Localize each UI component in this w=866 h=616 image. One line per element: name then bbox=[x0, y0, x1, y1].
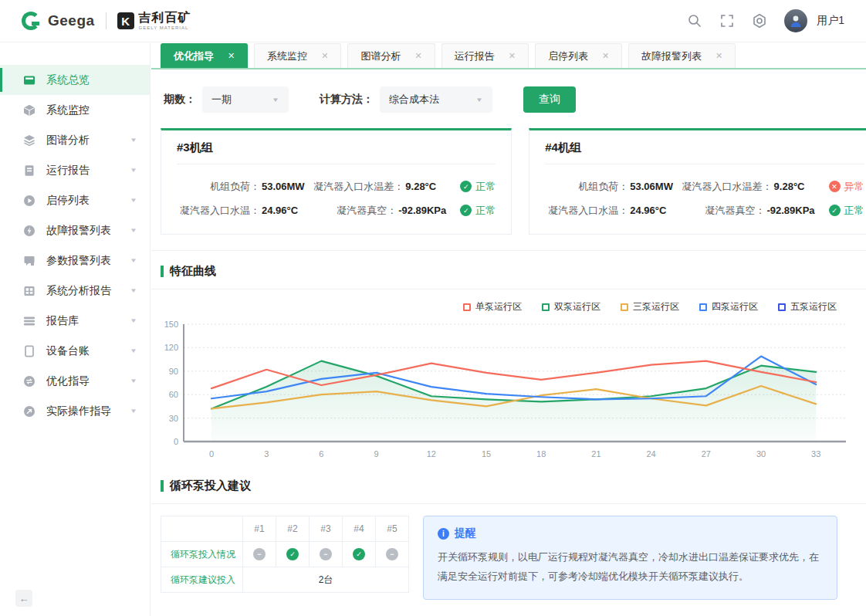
gear-icon[interactable] bbox=[752, 13, 767, 29]
minus-circle-icon: − bbox=[320, 548, 332, 560]
chevron-down-icon: ▼ bbox=[272, 96, 279, 103]
close-icon[interactable]: ✕ bbox=[414, 51, 421, 61]
close-icon[interactable]: ✕ bbox=[228, 51, 235, 61]
legend-label: 三泵运行区 bbox=[633, 300, 679, 313]
pump-col-header: #1 bbox=[243, 516, 276, 542]
info-icon: i bbox=[438, 528, 449, 540]
legend-item-5[interactable]: 五泵运行区 bbox=[778, 300, 837, 313]
filter-bar: 期数： 一期 ▼ 计算方法： 综合成本法 ▼ 查询 bbox=[151, 69, 866, 128]
method-select-value: 综合成本法 bbox=[389, 93, 439, 107]
query-button[interactable]: 查询 bbox=[523, 86, 576, 113]
svg-text:12: 12 bbox=[427, 449, 436, 459]
legend-item-4[interactable]: 四泵运行区 bbox=[699, 300, 758, 313]
close-icon[interactable]: ✕ bbox=[602, 51, 609, 61]
metric-value: 9.28°C bbox=[405, 181, 436, 192]
pump-col-header: #3 bbox=[310, 516, 343, 542]
sidebar-item-label: 系统分析报告 bbox=[46, 284, 130, 298]
sidebar-item-label: 运行报告 bbox=[46, 164, 130, 178]
minus-circle-icon: − bbox=[386, 548, 398, 560]
tab-6[interactable]: 故障报警列表✕ bbox=[628, 43, 736, 68]
geely-mark-icon: K bbox=[117, 12, 134, 29]
metric-value: 53.06MW bbox=[262, 181, 305, 192]
sidebar-item-label: 图谱分析 bbox=[46, 134, 130, 147]
search-icon[interactable] bbox=[687, 13, 702, 29]
check-circle-icon: ✓ bbox=[353, 548, 365, 560]
curve-section-title: 特征曲线 bbox=[161, 264, 866, 279]
notice-box: i 提醒 开关循环泵规则，以电厂运行规程对凝汽器真空，冷却水进出口温差保证要求优… bbox=[423, 516, 837, 600]
sidebar-item-5[interactable]: 启停列表▼ bbox=[0, 185, 150, 215]
tab-4[interactable]: 运行报告✕ bbox=[441, 43, 529, 68]
unit-card-2: #4机组机组负荷：53.06MW凝汽器入口水温差：9.28°C✕异常凝汽器入口水… bbox=[529, 128, 866, 235]
pump-section-title-text: 循环泵投入建议 bbox=[170, 479, 251, 493]
legend-item-2[interactable]: 双泵运行区 bbox=[542, 300, 600, 313]
sidebar-item-8[interactable]: 系统分析报告▼ bbox=[0, 276, 150, 306]
metric-label: 机组负荷： bbox=[177, 180, 260, 194]
fullscreen-icon[interactable] bbox=[719, 13, 735, 29]
tab-label: 故障报警列表 bbox=[641, 49, 702, 63]
metric-value: -92.89KPa bbox=[398, 205, 446, 216]
svg-text:9: 9 bbox=[374, 449, 379, 459]
check-circle-icon: ✓ bbox=[286, 548, 299, 560]
method-select[interactable]: 综合成本法 ▼ bbox=[380, 86, 492, 113]
close-icon[interactable]: ✕ bbox=[321, 51, 328, 61]
metric-value: 24.96°C bbox=[262, 205, 298, 216]
legend-label: 五泵运行区 bbox=[790, 300, 837, 313]
geega-logo: Geega bbox=[22, 12, 95, 30]
period-select[interactable]: 一期 ▼ bbox=[202, 86, 289, 113]
status-text: 正常 bbox=[475, 180, 496, 194]
unit-card-1: #3机组机组负荷：53.06MW凝汽器入口水温差：9.28°C✓正常凝汽器入口水… bbox=[161, 128, 512, 235]
legend-swatch-icon bbox=[542, 303, 550, 311]
metric-value: 24.96°C bbox=[630, 205, 666, 216]
chevron-down-icon: ▼ bbox=[130, 317, 137, 324]
tab-2[interactable]: 系统监控✕ bbox=[254, 43, 341, 68]
sidebar-item-3[interactable]: 图谱分析▼ bbox=[0, 125, 150, 155]
close-icon[interactable]: ✕ bbox=[509, 51, 516, 61]
avatar[interactable] bbox=[784, 9, 807, 32]
legend-item-3[interactable]: 三泵运行区 bbox=[621, 300, 679, 313]
sidebar-item-7[interactable]: 参数报警列表▼ bbox=[0, 245, 150, 276]
status-badge: ✓正常 bbox=[829, 204, 864, 218]
username[interactable]: 用户1 bbox=[817, 14, 844, 28]
svg-text:60: 60 bbox=[169, 390, 178, 399]
svg-text:27: 27 bbox=[702, 449, 711, 459]
status-text: 异常 bbox=[844, 180, 864, 194]
chevron-down-icon: ▼ bbox=[130, 167, 137, 174]
svg-text:0: 0 bbox=[174, 437, 178, 446]
pump-col-header: #4 bbox=[343, 516, 376, 542]
feature-curve-chart: 030609012015003691215182124273033 bbox=[151, 313, 866, 468]
notice-title: 提醒 bbox=[455, 526, 476, 540]
sidebar-item-label: 系统总览 bbox=[46, 73, 137, 87]
sidebar-collapse-button[interactable]: ← bbox=[15, 590, 32, 607]
legend-swatch-icon bbox=[699, 303, 707, 311]
metric-label: 凝汽器入口水温： bbox=[177, 204, 260, 218]
sidebar-item-2[interactable]: 系统监控 bbox=[0, 95, 150, 125]
divider bbox=[151, 250, 866, 251]
sidebar-item-11[interactable]: 优化指导▼ bbox=[0, 366, 150, 396]
tab-label: 运行报告 bbox=[455, 49, 495, 63]
legend-item-1[interactable]: 单泵运行区 bbox=[463, 300, 522, 313]
tab-3[interactable]: 图谱分析✕ bbox=[347, 43, 435, 68]
chevron-down-icon: ▼ bbox=[130, 377, 137, 384]
section-bar bbox=[161, 266, 164, 277]
bolt-icon bbox=[23, 225, 36, 237]
tab-5[interactable]: 启停列表✕ bbox=[535, 43, 622, 68]
sidebar-item-label: 优化指导 bbox=[46, 374, 130, 388]
sidebar-item-12[interactable]: 实际操作指导▼ bbox=[0, 396, 150, 426]
chevron-down-icon: ▼ bbox=[475, 96, 483, 103]
geega-logo-text: Geega bbox=[48, 12, 95, 29]
sidebar-item-1[interactable]: 系统总览 bbox=[0, 65, 150, 95]
sidebar-item-9[interactable]: 报告库▼ bbox=[0, 306, 150, 336]
pump-status-cell: − bbox=[376, 542, 409, 567]
sidebar-menu: 系统总览系统监控图谱分析▼运行报告▼启停列表▼故障报警列表▼参数报警列表▼系统分… bbox=[0, 65, 150, 426]
geely-logo-cn: 吉利百矿 bbox=[139, 12, 191, 24]
close-icon[interactable]: ✕ bbox=[715, 51, 722, 61]
status-text: 正常 bbox=[844, 204, 864, 218]
chevron-down-icon: ▼ bbox=[130, 197, 137, 204]
sidebar-item-6[interactable]: 故障报警列表▼ bbox=[0, 215, 150, 245]
sidebar-item-10[interactable]: 设备台账▼ bbox=[0, 336, 150, 366]
sidebar-item-4[interactable]: 运行报告▼ bbox=[0, 155, 150, 185]
minus-circle-icon: − bbox=[253, 548, 266, 560]
legend-swatch-icon bbox=[621, 303, 628, 311]
tab-1[interactable]: 优化指导✕ bbox=[161, 43, 248, 68]
status-text: 正常 bbox=[475, 204, 496, 218]
